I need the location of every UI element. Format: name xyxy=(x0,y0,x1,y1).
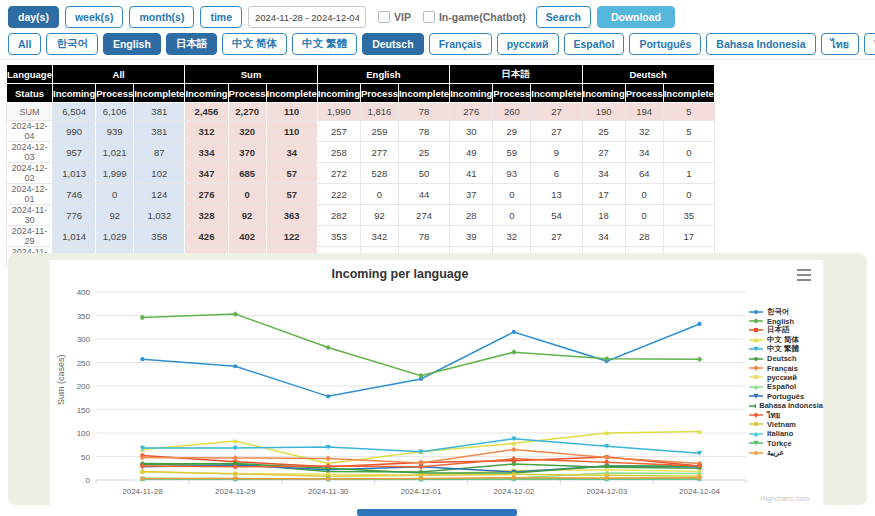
language-button-4[interactable]: 中文 简体 xyxy=(222,33,287,55)
cell: 92 xyxy=(360,205,398,226)
legend-item-14[interactable]: Türkçe xyxy=(749,438,823,447)
svg-text:150: 150 xyxy=(77,406,91,415)
cell: 282 xyxy=(317,205,360,226)
language-button-13[interactable]: Vietnam xyxy=(864,33,875,55)
toolbar: day(s)week(s)month(s)time VIP In-game(Ch… xyxy=(8,5,675,29)
cell: 5 xyxy=(663,121,714,142)
row-label: 2024-12-03 xyxy=(7,142,53,163)
language-button-6[interactable]: Deutsch xyxy=(362,33,423,55)
cell: 87 xyxy=(134,142,185,163)
legend-item-1[interactable]: English xyxy=(749,316,823,325)
cell: 34 xyxy=(582,163,625,184)
legend-label: 한국어 xyxy=(767,307,790,317)
period-button-weeks[interactable]: week(s) xyxy=(65,6,124,28)
language-button-11[interactable]: Bahasa Indonesia xyxy=(706,33,815,55)
row-label: 2024-12-04 xyxy=(7,121,53,142)
cell: 402 xyxy=(228,226,266,247)
cell: 37 xyxy=(450,184,493,205)
language-button-10[interactable]: Português xyxy=(629,33,701,55)
language-button-0[interactable]: All xyxy=(8,33,41,55)
legend-item-0[interactable]: 한국어 xyxy=(749,307,823,316)
language-filter-row: All한국어English日本語中文 简体中文 繁體DeutschFrançai… xyxy=(8,33,875,55)
language-button-3[interactable]: 日本語 xyxy=(166,33,218,55)
cell: 528 xyxy=(360,163,398,184)
legend-item-4[interactable]: 中文 繁體 xyxy=(749,345,823,354)
download-button[interactable]: Download xyxy=(597,6,675,28)
language-button-12[interactable]: ไทย xyxy=(821,33,859,55)
legend-item-15[interactable]: عربية xyxy=(749,448,823,457)
legend-label: русский xyxy=(767,373,797,382)
cell: 277 xyxy=(360,142,398,163)
cell: 274 xyxy=(398,205,449,226)
group-header-1: Sum xyxy=(185,65,317,84)
series-0 xyxy=(140,322,701,399)
legend-item-13[interactable]: Italiano xyxy=(749,429,823,438)
legend-marker xyxy=(749,373,764,381)
language-button-2[interactable]: English xyxy=(103,33,161,55)
cell: 370 xyxy=(228,142,266,163)
vip-checkbox-group: VIP xyxy=(378,11,411,23)
header-row-status: StatusIncomingProcessIncompleteIncomingP… xyxy=(7,84,715,103)
date-range-input[interactable] xyxy=(248,6,366,28)
svg-text:2024-11-29: 2024-11-29 xyxy=(215,487,256,496)
vip-checkbox[interactable] xyxy=(378,11,390,23)
legend-item-6[interactable]: Français xyxy=(749,363,823,372)
cell: 328 xyxy=(185,205,228,226)
cell: 29 xyxy=(493,121,531,142)
svg-text:350: 350 xyxy=(77,312,91,321)
cell: 0 xyxy=(663,184,714,205)
legend-label: English xyxy=(767,317,794,326)
language-button-8[interactable]: русский xyxy=(497,33,559,55)
statistics-table: LanguageAllSumEnglish日本語DeutschStatusInc… xyxy=(6,64,715,268)
line-chart-plot: 0501001502002503003504002024-11-282024-1… xyxy=(58,282,750,500)
legend-marker xyxy=(749,383,764,391)
cell: 54 xyxy=(531,205,582,226)
cell: 92 xyxy=(96,205,134,226)
legend-item-3[interactable]: 中文 简体 xyxy=(749,335,823,344)
cell: 34 xyxy=(582,226,625,247)
period-button-time[interactable]: time xyxy=(200,6,242,28)
legend-item-9[interactable]: Português xyxy=(749,392,823,401)
sub-header: Incoming xyxy=(582,84,625,103)
legend-item-12[interactable]: Vietnam xyxy=(749,420,823,429)
period-button-days[interactable]: day(s) xyxy=(8,6,59,28)
language-button-1[interactable]: 한국어 xyxy=(46,33,98,55)
cell: 276 xyxy=(185,184,228,205)
sub-header: Incomplete xyxy=(266,84,317,103)
row-label: 2024-11-30 xyxy=(7,205,53,226)
legend-item-11[interactable]: ไทย xyxy=(749,410,823,419)
search-button[interactable]: Search xyxy=(536,6,591,28)
sub-header: Process xyxy=(96,84,134,103)
cell: 25 xyxy=(582,121,625,142)
language-button-5[interactable]: 中文 繁體 xyxy=(292,33,357,55)
legend-item-2[interactable]: 日本語 xyxy=(749,326,823,335)
header-row-groups: LanguageAllSumEnglish日本語Deutsch xyxy=(7,65,715,84)
svg-text:2024-12-01: 2024-12-01 xyxy=(401,487,442,496)
cell: 27 xyxy=(531,226,582,247)
cell: 78 xyxy=(398,103,449,121)
divider xyxy=(0,59,875,60)
language-button-9[interactable]: Español xyxy=(564,33,625,55)
cell: 939 xyxy=(96,121,134,142)
chart-export-menu-icon[interactable] xyxy=(797,269,811,281)
period-button-months[interactable]: month(s) xyxy=(129,6,194,28)
cell: 1,032 xyxy=(134,205,185,226)
cell: 312 xyxy=(185,121,228,142)
cell: 78 xyxy=(398,226,449,247)
table-row: 2024-12-039571,0218733437034258277254959… xyxy=(7,142,715,163)
ingame-chatbot-checkbox[interactable] xyxy=(423,11,435,23)
legend-item-10[interactable]: Bahasa Indonesia xyxy=(749,401,823,410)
cell: 1,014 xyxy=(53,226,96,247)
horizontal-scrollbar-thumb[interactable] xyxy=(357,509,517,516)
cell: 30 xyxy=(450,121,493,142)
sub-header: Incoming xyxy=(53,84,96,103)
cell: 6 xyxy=(531,163,582,184)
cell: 1,990 xyxy=(317,103,360,121)
table-row: 2024-12-04990939381312320110257259783029… xyxy=(7,121,715,142)
vip-label: VIP xyxy=(394,11,411,23)
legend-item-5[interactable]: Deutsch xyxy=(749,354,823,363)
legend-item-7[interactable]: русский xyxy=(749,373,823,382)
legend-item-8[interactable]: Español xyxy=(749,382,823,391)
cell: 6,106 xyxy=(96,103,134,121)
language-button-7[interactable]: Français xyxy=(429,33,492,55)
